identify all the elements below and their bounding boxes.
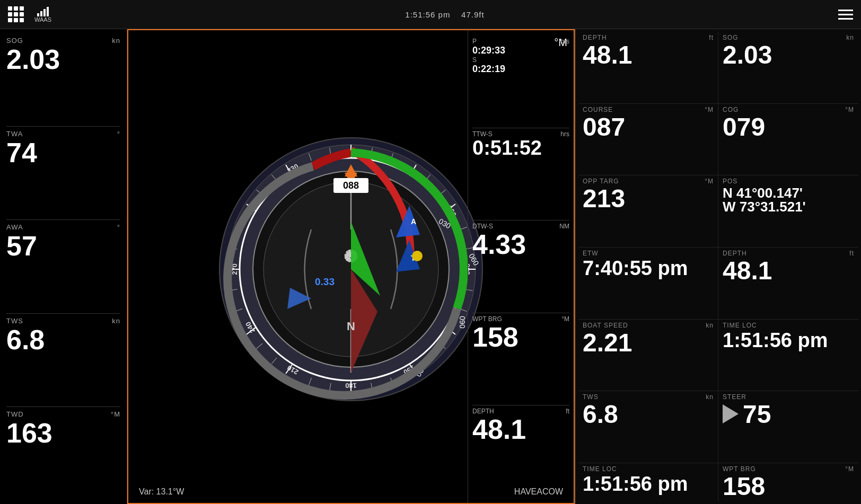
rp-steer-label: STEER (723, 393, 854, 401)
rp-timeloc-value: 1:51:56 pm (723, 330, 854, 350)
rp-depth-label: DEPTH ft (583, 34, 714, 41)
rp-wptbrg-cell: WPT BRG °M 158 (718, 463, 858, 501)
wptbrg-value: 158 (472, 323, 569, 352)
s-label: S (472, 56, 569, 64)
rp-tws-cell: TWS kn 6.8 (578, 391, 718, 463)
rp-sog-value: 2.03 (723, 42, 854, 68)
waas-label: WAAS (34, 16, 51, 23)
awa-value: 57 (6, 232, 120, 260)
rp-timeloc2-value: 1:51:56 pm (583, 474, 714, 494)
rp-timeloc2-cell: TIME LOC 1:51:56 pm (578, 463, 718, 501)
variation-text: Var: 13.1°W (139, 487, 184, 497)
rp-steer-row: 75 (723, 401, 854, 427)
rp-depth2-value: 48.1 (723, 258, 854, 284)
sog-cell: SOG kn 2.03 (6, 33, 120, 127)
depth-cr-cell: DEPTH ft 48.1 (472, 405, 569, 498)
sog-label: SOG kn (6, 37, 120, 45)
sog-value: 2.03 (6, 46, 120, 73)
twd-value: 163 (6, 419, 120, 447)
right-panel: DEPTH ft 48.1 SOG kn 2.03 COURSE °M 087 … (575, 29, 861, 504)
top-center-info: 1:51:56 pm 47.9ft (405, 10, 484, 19)
rp-cog-cell: COG °M 079 (718, 104, 858, 176)
tws-value: 6.8 (6, 326, 120, 353)
steer-arrow-icon (723, 404, 739, 423)
rp-pos-value: N 41°00.147' W 73°31.521' (723, 186, 854, 214)
rp-etw-value: 7:40:55 pm (583, 258, 714, 278)
current-time: 1:51:56 pm (405, 10, 450, 19)
rp-timeloc2-label: TIME LOC (583, 465, 714, 473)
rp-pos-label: POS (723, 178, 854, 185)
twd-cell: TWD °M 163 (6, 407, 120, 500)
rp-pos-cell: POS N 41°00.147' W 73°31.521' (718, 175, 858, 247)
menu-icon[interactable] (838, 10, 853, 20)
rp-sog-label: SOG kn (723, 34, 854, 41)
s-value: 0:22:19 (472, 64, 569, 75)
svg-text:180: 180 (345, 382, 357, 390)
p-value: 0:29:33 (472, 45, 569, 56)
top-bar-left: WAAS (8, 6, 51, 23)
svg-text:090: 090 (458, 316, 467, 329)
rp-steer-cell: STEER 75 (718, 391, 858, 463)
rp-boatspeed-label: BOAT SPEED kn (583, 322, 714, 329)
rp-opptarg-value: 213 (583, 186, 714, 211)
center-right-data: P hrs 0:29:33 S 0:22:19 TTW-S hrs 0:51:5… (468, 30, 574, 503)
dtws-value: 4.33 (472, 230, 569, 259)
p-label: P hrs (472, 38, 569, 45)
svg-text:A: A (411, 217, 416, 226)
ttws-value: 0:51:52 (472, 138, 569, 159)
awa-label: AWA ° (6, 223, 120, 231)
main-content: SOG kn 2.03 TWA ° 74 AWA ° 57 TWS kn 6.8 (0, 29, 861, 504)
twa-value: 74 (6, 139, 120, 166)
rp-depth2-label: DEPTH ft (723, 250, 854, 257)
rp-course-label: COURSE °M (583, 106, 714, 113)
rp-boatspeed-value: 2.21 (583, 330, 714, 356)
rp-tws-label: TWS kn (583, 393, 714, 401)
dtws-cell: DTW-S NM 4.33 (472, 220, 569, 313)
rp-cog-label: COG °M (723, 106, 854, 113)
svg-point-75 (412, 251, 423, 261)
wptbrg-cell: WPT BRG °M 158 (472, 313, 569, 406)
compass-container: 030 060 090 120 (213, 131, 489, 407)
top-bar: WAAS 1:51:56 pm 47.9ft (0, 0, 861, 29)
rp-boatspeed-cell: BOAT SPEED kn 2.21 (578, 320, 718, 392)
signal-waas: WAAS (34, 6, 51, 23)
rp-wptbrg-label: WPT BRG °M (723, 465, 854, 473)
rp-course-value: 087 (583, 114, 714, 140)
grid-icon[interactable] (8, 6, 24, 22)
signal-bars-icon (37, 6, 49, 16)
rp-timeloc-cell: TIME LOC 1:51:56 pm (718, 320, 858, 392)
svg-text:N: N (347, 320, 355, 333)
rp-opptarg-label: OPP TARG °M (583, 178, 714, 185)
tws-cell: TWS kn 6.8 (6, 314, 120, 407)
ttws-cell: TTW-S hrs 0:51:52 (472, 128, 569, 221)
rp-steer-value: 75 (743, 402, 771, 427)
twa-label: TWA ° (6, 130, 120, 138)
twd-label: TWD °M (6, 410, 120, 418)
tws-label: TWS kn (6, 317, 120, 325)
center-panel: °M 030 (127, 29, 575, 504)
compass-svg: 030 060 090 120 (213, 131, 489, 407)
rp-course-cell: COURSE °M 087 (578, 104, 718, 176)
rp-tws-value: 6.8 (583, 402, 714, 427)
depth-cr-value: 48.1 (472, 415, 569, 444)
rp-sog-cell: SOG kn 2.03 (718, 32, 858, 104)
rp-wptbrg-value: 158 (723, 474, 854, 499)
depth-reading: 47.9ft (461, 10, 485, 19)
svg-text:088: 088 (343, 180, 359, 191)
rp-timeloc-label: TIME LOC (723, 322, 854, 329)
svg-text:0.33: 0.33 (315, 276, 335, 287)
rp-opptarg-cell: OPP TARG °M 213 (578, 175, 718, 247)
awa-cell: AWA ° 57 (6, 220, 120, 313)
rp-cog-value: 079 (723, 114, 854, 140)
rp-depth-value: 48.1 (583, 42, 714, 68)
rp-etw-label: ETW (583, 250, 714, 257)
rp-depth-cell: DEPTH ft 48.1 (578, 32, 718, 104)
rp-depth2-cell: DEPTH ft 48.1 (718, 247, 858, 320)
left-panel: SOG kn 2.03 TWA ° 74 AWA ° 57 TWS kn 6.8 (0, 29, 127, 504)
twa-cell: TWA ° 74 (6, 127, 120, 220)
rp-etw-cell: ETW 7:40:55 pm (578, 247, 718, 320)
p-cell: P hrs 0:29:33 S 0:22:19 (472, 36, 569, 128)
